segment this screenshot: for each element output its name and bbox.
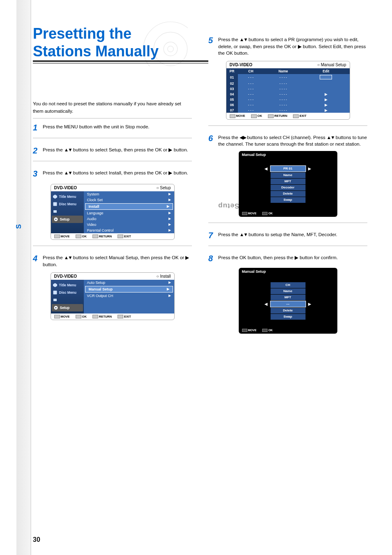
intro-note: You do not need to preset the stations m… (33, 100, 192, 118)
step-num: 8 (208, 253, 216, 265)
step-num: 7 (208, 230, 216, 242)
svg-rect-9 (53, 299, 57, 301)
svg-rect-4 (53, 202, 57, 206)
step-num: 3 (33, 168, 40, 180)
step-2: 2 Press the ▲▼ buttons to select Setup, … (33, 146, 192, 161)
step-1: 1 Press the MENU button with the unit in… (33, 123, 192, 138)
osd-manual-setup-table: DVD-VIDEOManual Setup PRCHNameEdit01- - … (226, 61, 350, 120)
svg-point-2 (164, 42, 178, 56)
svg-rect-5 (53, 210, 57, 213)
left-column: Presetting the Stations Manually You do … (33, 16, 192, 539)
step-5: 5 Press the ▲▼ buttons to select a PR (p… (208, 36, 367, 126)
step-num: 5 (208, 35, 216, 57)
step-4: 4 Press the ▲▼ buttons to select Manual … (33, 254, 192, 326)
page: System Setup Presetting the Stations Man… (0, 0, 392, 555)
step-8: 8 Press the OK button, then press the ▶ … (208, 254, 367, 339)
step-3: 3 Press the ▲▼ buttons to select Install… (33, 170, 192, 246)
section-tab: System Setup (16, 0, 31, 555)
osd-install-menu: DVD-VIDEOInstall Title MenuDisc MenuSetu… (51, 272, 175, 320)
page-title: Presetting the Stations Manually (33, 25, 159, 60)
step-num: 2 (33, 145, 40, 157)
osd-setup-menu: DVD-VIDEOSetup Title MenuDisc MenuSetupS… (51, 184, 175, 240)
step-num: 4 (33, 253, 40, 268)
svg-point-3 (168, 46, 173, 52)
step-num: 6 (208, 132, 216, 148)
osd-edit-panel-1: Manual Setup ◀PR 01▶NameMFTDecoderDelete… (239, 151, 337, 217)
step-7: 7 Press the ▲▼ buttons to setup the Name… (208, 231, 367, 246)
step-num: 1 (33, 122, 40, 134)
osd-edit-panel-2: Manual Setup CHNameMFT◀---▶DeleteSwap MO… (239, 268, 337, 334)
svg-rect-8 (53, 290, 57, 294)
page-title-block: Presetting the Stations Manually (33, 25, 192, 60)
svg-point-7 (55, 218, 56, 220)
svg-point-11 (55, 307, 56, 308)
right-column: 5 Press the ▲▼ buttons to select a PR (p… (208, 16, 367, 539)
step-text: Press the MENU button with the unit in S… (43, 123, 150, 134)
page-number: 30 (33, 536, 40, 543)
